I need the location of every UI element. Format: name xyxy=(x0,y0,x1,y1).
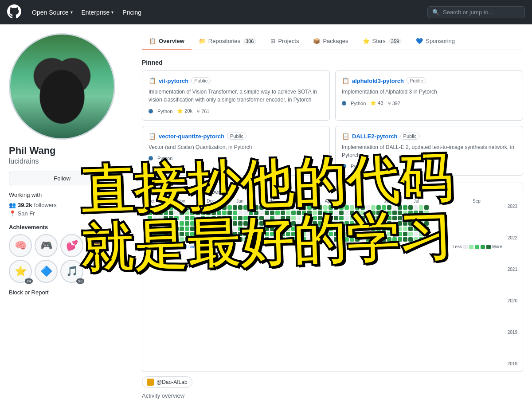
nav-enterprise[interactable]: Enterprise ▾ xyxy=(78,6,117,19)
day-cell[interactable] xyxy=(424,232,429,236)
day-cell[interactable] xyxy=(180,221,184,226)
day-cell[interactable] xyxy=(403,227,407,231)
day-cell[interactable] xyxy=(281,211,285,215)
day-cell[interactable] xyxy=(281,205,285,210)
day-cell[interactable] xyxy=(243,232,248,236)
day-cell[interactable] xyxy=(408,205,413,210)
day-cell[interactable] xyxy=(174,227,179,231)
day-cell[interactable] xyxy=(329,237,333,242)
day-cell[interactable] xyxy=(270,221,274,226)
day-cell[interactable] xyxy=(206,205,211,210)
day-cell[interactable] xyxy=(297,211,301,215)
day-cell[interactable] xyxy=(291,216,296,220)
day-cell[interactable] xyxy=(206,232,211,236)
day-cell[interactable] xyxy=(344,237,349,242)
day-cell[interactable] xyxy=(169,221,173,226)
day-cell[interactable] xyxy=(222,211,227,215)
day-cell[interactable] xyxy=(419,221,423,226)
day-cell[interactable] xyxy=(174,237,179,242)
day-cell[interactable] xyxy=(355,232,360,236)
day-cell[interactable] xyxy=(217,237,221,242)
day-cell[interactable] xyxy=(265,227,269,231)
day-cell[interactable] xyxy=(254,237,258,242)
day-cell[interactable] xyxy=(206,221,211,226)
day-cell[interactable] xyxy=(403,232,407,236)
day-cell[interactable] xyxy=(408,211,413,215)
day-cell[interactable] xyxy=(339,216,344,220)
day-cell[interactable] xyxy=(366,232,370,236)
day-cell[interactable] xyxy=(419,237,423,242)
day-cell[interactable] xyxy=(366,227,370,231)
day-cell[interactable] xyxy=(286,211,290,215)
day-cell[interactable] xyxy=(196,237,200,242)
day-cell[interactable] xyxy=(222,227,227,231)
day-cell[interactable] xyxy=(148,232,152,236)
day-cell[interactable] xyxy=(392,216,397,220)
day-cell[interactable] xyxy=(376,232,381,236)
day-cell[interactable] xyxy=(180,232,184,236)
day-cell[interactable] xyxy=(371,227,376,231)
day-cell[interactable] xyxy=(185,205,189,210)
tab-repositories[interactable]: 📁 Repositories 306 xyxy=(192,33,264,50)
day-cell[interactable] xyxy=(265,211,269,215)
tab-projects[interactable]: ⊞ Projects xyxy=(263,33,306,50)
day-cell[interactable] xyxy=(265,205,269,210)
day-cell[interactable] xyxy=(419,211,423,215)
day-cell[interactable] xyxy=(206,227,211,231)
day-cell[interactable] xyxy=(227,211,232,215)
day-cell[interactable] xyxy=(297,205,301,210)
day-cell[interactable] xyxy=(334,211,338,215)
day-cell[interactable] xyxy=(185,216,189,220)
day-cell[interactable] xyxy=(307,227,312,231)
day-cell[interactable] xyxy=(307,211,312,215)
day-cell[interactable] xyxy=(286,216,290,220)
day-cell[interactable] xyxy=(201,211,205,215)
day-cell[interactable] xyxy=(196,211,200,215)
day-cell[interactable] xyxy=(419,227,423,231)
day-cell[interactable] xyxy=(286,221,290,226)
day-cell[interactable] xyxy=(323,227,328,231)
day-cell[interactable] xyxy=(339,227,344,231)
day-cell[interactable] xyxy=(164,216,168,220)
day-cell[interactable] xyxy=(297,221,301,226)
day-cell[interactable] xyxy=(414,227,418,231)
day-cell[interactable] xyxy=(275,227,280,231)
day-cell[interactable] xyxy=(190,227,195,231)
day-cell[interactable] xyxy=(302,221,306,226)
day-cell[interactable] xyxy=(217,216,221,220)
day-cell[interactable] xyxy=(196,216,200,220)
day-cell[interactable] xyxy=(334,237,338,242)
day-cell[interactable] xyxy=(158,211,163,215)
day-cell[interactable] xyxy=(259,227,264,231)
day-cell[interactable] xyxy=(185,237,189,242)
day-cell[interactable] xyxy=(307,232,312,236)
day-cell[interactable] xyxy=(270,227,274,231)
day-cell[interactable] xyxy=(339,237,344,242)
day-cell[interactable] xyxy=(148,227,152,231)
day-cell[interactable] xyxy=(302,227,306,231)
day-cell[interactable] xyxy=(153,211,157,215)
day-cell[interactable] xyxy=(382,205,386,210)
day-cell[interactable] xyxy=(169,211,173,215)
day-cell[interactable] xyxy=(424,216,429,220)
day-cell[interactable] xyxy=(297,227,301,231)
day-cell[interactable] xyxy=(243,211,248,215)
day-cell[interactable] xyxy=(313,232,317,236)
day-cell[interactable] xyxy=(291,237,296,242)
day-cell[interactable] xyxy=(153,216,157,220)
day-cell[interactable] xyxy=(376,216,381,220)
day-cell[interactable] xyxy=(227,232,232,236)
day-cell[interactable] xyxy=(339,211,344,215)
day-cell[interactable] xyxy=(196,232,200,236)
day-cell[interactable] xyxy=(307,237,312,242)
day-cell[interactable] xyxy=(419,216,423,220)
day-cell[interactable] xyxy=(169,232,173,236)
day-cell[interactable] xyxy=(382,211,386,215)
day-cell[interactable] xyxy=(180,205,184,210)
day-cell[interactable] xyxy=(307,216,312,220)
day-cell[interactable] xyxy=(265,221,269,226)
day-cell[interactable] xyxy=(227,205,232,210)
day-cell[interactable] xyxy=(259,221,264,226)
day-cell[interactable] xyxy=(302,216,306,220)
day-cell[interactable] xyxy=(158,227,163,231)
